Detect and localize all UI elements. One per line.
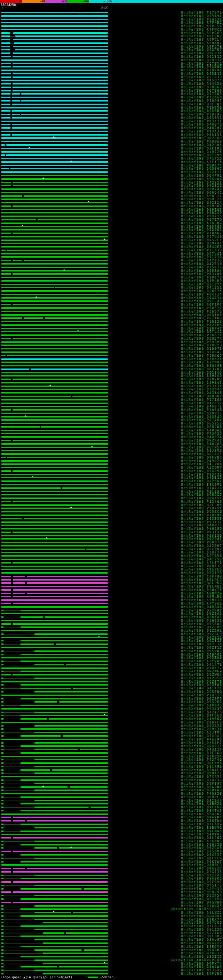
hit-label[interactable]: UniRef100_A9PJL4 — [181, 38, 222, 41]
hit-bar-segment[interactable] — [2, 83, 11, 84]
hit-label[interactable]: UniRef100_Q9TL43 — [181, 299, 222, 303]
hit-bar-segment[interactable] — [2, 518, 22, 519]
hit-bar-segment[interactable] — [13, 185, 107, 186]
hit-bar-segment[interactable] — [2, 314, 107, 316]
hit-bar-segment[interactable] — [2, 864, 107, 865]
hit-bar-segment[interactable] — [2, 630, 107, 631]
hit-bar-segment[interactable] — [49, 718, 107, 720]
hit-bar-segment[interactable] — [2, 188, 107, 190]
hit-label[interactable]: UniRef100_P29390 — [181, 340, 222, 344]
hit-bar-segment[interactable] — [13, 66, 107, 67]
hit-bar-segment[interactable] — [2, 474, 107, 475]
hit-label[interactable]: UniRef100_Q41474 — [181, 687, 222, 690]
hit-bar-segment[interactable] — [2, 59, 107, 61]
hit-label[interactable]: UniRef100_Q9SNB9 — [181, 901, 222, 904]
hit-bar-segment[interactable] — [34, 970, 107, 971]
hit-bar-segment[interactable] — [34, 905, 107, 907]
hit-bar-segment[interactable] — [2, 973, 3, 974]
hit-bar-segment[interactable] — [2, 861, 3, 862]
hit-label[interactable]: UniRef100_B1PLR9 — [181, 279, 222, 283]
hit-bar-segment[interactable] — [21, 643, 54, 645]
hit-label[interactable]: UniRef100_P97440 — [181, 235, 222, 239]
hit-label[interactable]: UniRef100_O48903 — [181, 833, 222, 836]
hit-label[interactable]: UniRef100_Q8W498 — [181, 364, 222, 368]
hit-bar-segment[interactable] — [2, 586, 107, 587]
hit-label[interactable]: UniRef100_P46290 — [181, 738, 222, 741]
hit-bar-segment[interactable] — [2, 579, 11, 581]
hit-bar-segment[interactable] — [2, 73, 11, 75]
hit-bar-segment[interactable] — [13, 83, 107, 84]
hit-label[interactable]: UniRef100_Q3E1H2 — [181, 547, 222, 551]
hit-label[interactable]: UniRef100_P29384 — [181, 204, 222, 208]
hit-label[interactable]: UniRef100_Q9ZWG4 — [181, 673, 222, 676]
hit-label[interactable]: UniRef100_P10750 — [181, 106, 222, 110]
hit-label[interactable]: UniRef100_Q43117 — [181, 748, 222, 751]
hit-label[interactable]: UniRef100_Q7FAX9 — [181, 822, 222, 826]
hit-bar-segment[interactable] — [21, 660, 107, 662]
hit-bar-segment[interactable] — [21, 878, 107, 879]
hit-label[interactable]: UniRef100_Q9ZS15 — [181, 646, 222, 649]
hit-bar-segment[interactable] — [2, 732, 3, 733]
hit-bar-segment[interactable] — [2, 915, 3, 917]
hit-bar-segment[interactable] — [34, 827, 107, 829]
hit-label[interactable]: UniRef100_A9PFS6 — [181, 24, 222, 28]
hit-bar-segment[interactable] — [2, 942, 3, 944]
hit-label[interactable]: UniRef100_Q95EC0 — [181, 510, 222, 514]
hit-bar-segment[interactable] — [15, 35, 107, 37]
hit-bar-segment[interactable] — [2, 783, 3, 784]
hit-bar-segment[interactable] — [43, 922, 107, 923]
hit-bar-segment[interactable] — [2, 562, 11, 563]
hit-bar-segment[interactable] — [83, 950, 107, 951]
hit-bar-segment[interactable] — [91, 807, 107, 808]
hit-bar-segment[interactable] — [2, 127, 10, 129]
hit-bar-segment[interactable] — [2, 623, 11, 625]
hit-bar-segment[interactable] — [2, 950, 3, 951]
hit-bar-segment[interactable] — [2, 273, 11, 275]
hit-label[interactable]: UniRef100_P11210 — [181, 255, 222, 259]
hit-label[interactable]: UniRef100_Q02981 — [181, 537, 222, 541]
hit-bar-segment[interactable] — [2, 202, 107, 204]
hit-bar-segment[interactable] — [2, 881, 11, 883]
hit-bar-segment[interactable] — [21, 735, 61, 737]
hit-bar-segment[interactable] — [2, 382, 107, 383]
hit-bar-segment[interactable] — [2, 365, 107, 366]
hit-label[interactable]: UniRef100_P07089 — [181, 89, 222, 92]
hit-bar-segment[interactable] — [2, 922, 3, 923]
hit-label[interactable]: UniRef100_P46289 — [181, 527, 222, 530]
hit-bar-segment[interactable] — [66, 932, 107, 934]
hit-bar-segment[interactable] — [13, 582, 25, 584]
hit-label[interactable]: UniRef100_Q9AYP4 — [181, 816, 222, 819]
hit-bar-segment[interactable] — [2, 100, 10, 102]
hit-bar-segment[interactable] — [2, 501, 11, 502]
hit-bar-segment[interactable] — [2, 908, 3, 910]
hit-label[interactable]: UniRef100_Q8W0W4 — [181, 965, 222, 969]
hit-label[interactable]: UniRef100_P04715 — [181, 215, 222, 218]
hit-label[interactable]: UniRef100_Q8GTK4 — [181, 819, 222, 822]
hit-bar-segment[interactable] — [2, 637, 107, 638]
hit-bar-segment[interactable] — [38, 219, 107, 220]
hit-bar-segment[interactable] — [2, 698, 3, 700]
hit-label[interactable]: UniRef100_Q8MJD6 — [181, 425, 222, 429]
hit-label[interactable]: UniRef100_Q42915 — [181, 259, 222, 262]
hit-label[interactable]: UniRef100_Q10727 — [181, 550, 222, 554]
hit-label[interactable]: UniRef100_Q9AV27 — [181, 867, 222, 870]
hit-label[interactable]: UniRef100_P16031 — [181, 619, 222, 622]
hit-bar-segment[interactable] — [34, 766, 107, 767]
hit-bar-segment[interactable] — [21, 803, 107, 805]
hit-bar-segment[interactable] — [2, 844, 3, 845]
hit-label[interactable]: UniRef100_Q9TL41 — [181, 252, 222, 256]
hit-bar-segment[interactable] — [2, 341, 107, 343]
hit-bar-segment[interactable] — [21, 93, 107, 95]
hit-bar-segment[interactable] — [2, 430, 107, 431]
hit-bar-segment[interactable] — [2, 480, 107, 482]
hit-label[interactable]: UniRef100_B9GJN4 — [181, 785, 222, 789]
hit-bar-segment[interactable] — [2, 328, 107, 329]
hit-label[interactable]: UniRef100_C6T1Y2 — [181, 62, 222, 65]
hit-bar-segment[interactable] — [34, 950, 82, 951]
hit-bar-segment[interactable] — [41, 426, 107, 428]
hit-bar-segment[interactable] — [2, 158, 107, 159]
hit-label[interactable]: UniRef100_P46287 — [181, 126, 222, 130]
hit-bar-segment[interactable] — [2, 749, 3, 750]
hit-label[interactable]: UniRef100_P10465 — [181, 354, 222, 357]
hit-bar-segment[interactable] — [34, 712, 107, 713]
